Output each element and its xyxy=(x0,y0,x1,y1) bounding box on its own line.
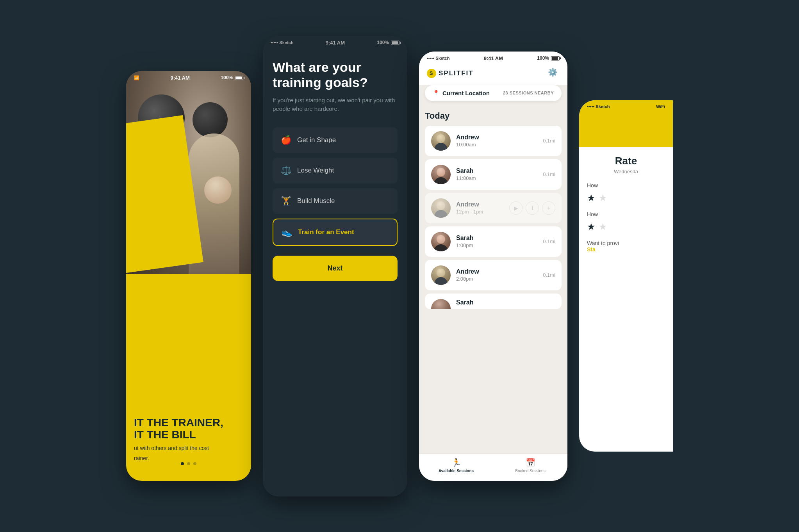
settings-button[interactable]: ⚙️ xyxy=(548,68,560,79)
location-bar[interactable]: 📍 Current Location 23 SESSIONS NEARBY xyxy=(425,85,562,101)
next-button[interactable]: Next xyxy=(273,256,398,281)
trainer-head xyxy=(204,176,232,204)
star-1a[interactable]: ★ xyxy=(587,192,596,203)
session-distance-1: 0.1mi xyxy=(543,138,555,144)
battery-label-1: 100% xyxy=(221,75,233,80)
logo-s-icon: S xyxy=(427,69,436,78)
tab-bar: 🏃 Available Sessions 📅 Booked Sessions xyxy=(419,454,567,481)
tab-booked-sessions[interactable]: 📅 Booked Sessions xyxy=(493,458,567,473)
splash-subtext1: ut with others and split the cost xyxy=(134,445,243,451)
status-bar-3: ••••• Sketch 9:41 AM 100% xyxy=(419,52,567,64)
splitfit-logo: S SPLITFIT xyxy=(427,69,474,78)
available-sessions-icon: 🏃 xyxy=(451,458,461,467)
lose-weight-label: Lose Weight xyxy=(297,167,334,174)
sessions-header: S SPLITFIT ⚙️ xyxy=(419,64,567,85)
trainer-name-5: Andrew xyxy=(456,268,537,275)
time-1: 9:41 AM xyxy=(170,75,189,81)
location-left: 📍 Current Location xyxy=(433,90,490,96)
goals-title: What are your training goals? xyxy=(273,60,398,90)
session-time-3: 12pm - 1pm xyxy=(456,209,504,215)
splash-text-overlay: IT THE TRAINER, IT THE BILL ut with othe… xyxy=(126,409,251,469)
session-time-1: 10:00am xyxy=(456,142,537,148)
train-event-label: Train for an Event xyxy=(298,228,354,236)
carrier-2: ••••• Sketch xyxy=(271,40,293,45)
wifi-icon-1: 📶 xyxy=(134,75,139,80)
stars-row-2: ★ ★ xyxy=(587,221,665,232)
goals-content: What are your training goals? If you're … xyxy=(263,48,407,293)
battery-label-2: 100% xyxy=(377,40,389,45)
session-distance-5: 0.1mi xyxy=(543,272,555,278)
battery-label-3: 100% xyxy=(537,55,549,61)
available-sessions-label: Available Sessions xyxy=(439,469,474,473)
next-label: Next xyxy=(327,264,342,272)
status-bar-2: ••••• Sketch 9:41 AM 100% xyxy=(263,36,407,48)
start-link[interactable]: Sta xyxy=(587,246,596,253)
phone-splash: 📶 9:41 AM 100% IT THE TRAINER, IT THE BI… xyxy=(126,71,251,481)
avatar-andrew-1 xyxy=(431,131,451,151)
status-bar-4: ••••• Sketch WiFi xyxy=(579,100,673,111)
session-item-3[interactable]: Andrew 12pm - 1pm ▶ ℹ + xyxy=(425,193,562,223)
session-time-4: 1:00pm xyxy=(456,242,537,248)
carrier-4: ••••• Sketch xyxy=(587,104,610,109)
train-event-icon: 👟 xyxy=(281,227,292,237)
today-label: Today xyxy=(425,107,562,126)
star-2a[interactable]: ★ xyxy=(587,221,596,232)
goal-train-event[interactable]: 👟 Train for an Event xyxy=(273,219,398,246)
session-actions-3: ▶ ℹ + xyxy=(509,201,555,215)
session-time-5: 2:00pm xyxy=(456,276,537,282)
session-info-2: Sarah 11:00am xyxy=(456,167,537,181)
booked-sessions-label: Booked Sessions xyxy=(515,469,545,473)
info-button-3[interactable]: ℹ xyxy=(526,201,539,215)
logo-text: SPLITFIT xyxy=(439,69,474,77)
want-provide-text: Want to provi Sta xyxy=(587,240,665,253)
trainer-name-1: Andrew xyxy=(456,134,537,141)
tab-available-sessions[interactable]: 🏃 Available Sessions xyxy=(419,458,493,473)
get-in-shape-icon: 🍎 xyxy=(280,135,291,145)
session-info-4: Sarah 1:00pm xyxy=(456,235,537,248)
goal-build-muscle[interactable]: 🏋️ Build Muscle xyxy=(273,188,398,214)
session-item-5[interactable]: Andrew 2:00pm 0.1mi xyxy=(425,260,562,290)
splash-image xyxy=(126,71,251,274)
rate-question-2: How xyxy=(587,211,665,217)
star-1b[interactable]: ★ xyxy=(599,192,607,203)
battery-icon-1 xyxy=(235,76,243,80)
gym-ball-2 xyxy=(193,102,228,137)
session-distance-4: 0.1mi xyxy=(543,238,555,244)
session-distance-2: 0.1mi xyxy=(543,171,555,177)
session-info-5: Andrew 2:00pm xyxy=(456,268,537,282)
build-muscle-icon: 🏋️ xyxy=(280,196,291,206)
rate-title: Rate xyxy=(587,155,665,167)
trainer-name-4: Sarah xyxy=(456,235,537,242)
add-button-3[interactable]: + xyxy=(542,201,555,215)
battery-icon-2 xyxy=(391,41,400,45)
time-2: 9:41 AM xyxy=(326,40,345,46)
session-info-1: Andrew 10:00am xyxy=(456,134,537,148)
play-button-3[interactable]: ▶ xyxy=(509,201,523,215)
avatar-andrew-2 xyxy=(431,198,451,218)
goal-lose-weight[interactable]: ⚖️ Lose Weight xyxy=(273,158,398,183)
session-item-6[interactable]: Sarah xyxy=(425,294,562,309)
rate-question-1: How xyxy=(587,182,665,189)
get-in-shape-label: Get in Shape xyxy=(297,136,336,144)
avatar-andrew-3 xyxy=(431,265,451,285)
wifi-4: WiFi xyxy=(656,104,665,109)
session-item-1[interactable]: Andrew 10:00am 0.1mi xyxy=(425,126,562,156)
carrier-3: ••••• Sketch xyxy=(427,56,449,60)
battery-icon-3 xyxy=(551,56,560,60)
splash-subtext2: rainer. xyxy=(134,455,243,461)
headline-line1: IT THE TRAINER, xyxy=(134,417,243,429)
rate-date: Wednesda xyxy=(587,169,665,174)
phone-sessions: ••••• Sketch 9:41 AM 100% S SPLITFIT ⚙️ … xyxy=(419,52,567,481)
avatar-sarah-1 xyxy=(431,165,451,184)
rate-content: Rate Wednesda How ★ ★ How ★ ★ Want to pr… xyxy=(579,147,673,260)
session-item-2[interactable]: Sarah 11:00am 0.1mi xyxy=(425,159,562,190)
star-2b[interactable]: ★ xyxy=(599,221,607,232)
trainer-name-3: Andrew xyxy=(456,201,504,208)
goal-get-in-shape[interactable]: 🍎 Get in Shape xyxy=(273,127,398,153)
stars-row-1: ★ ★ xyxy=(587,192,665,203)
session-item-4[interactable]: Sarah 1:00pm 0.1mi xyxy=(425,226,562,257)
trainer-name-2: Sarah xyxy=(456,167,537,174)
build-muscle-label: Build Muscle xyxy=(297,197,335,205)
lose-weight-icon: ⚖️ xyxy=(280,165,291,176)
trainer-name-6: Sarah xyxy=(456,299,555,306)
